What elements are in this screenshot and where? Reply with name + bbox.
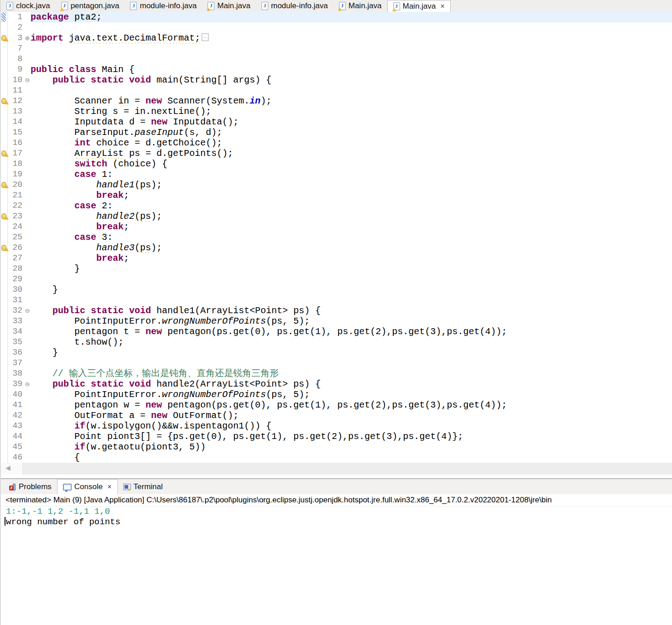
marker-gutter[interactable] [1,305,8,316]
warning-quickfix-icon[interactable] [1,213,6,219]
view-tab-terminal[interactable]: Terminal [118,479,168,494]
marker-gutter[interactable] [1,190,8,201]
code-area[interactable]: 1package pta2;23⊕import java.text.Decima… [1,12,672,463]
line-number[interactable]: 8 [8,54,24,64]
code-line[interactable]: import java.text.DecimalFormat; [31,33,672,43]
code-line[interactable] [31,295,672,305]
editor-tab-module-info-java[interactable]: Jmodule-info.java [256,0,333,12]
line-number[interactable]: 11 [8,85,24,96]
scrollbar-track[interactable] [23,463,672,475]
marker-gutter[interactable] [1,211,8,222]
marker-gutter[interactable] [1,96,8,106]
line-number[interactable]: 15 [8,127,24,138]
code-line[interactable]: handle1(ps); [31,180,672,190]
code-line[interactable]: if(w.getaotu(piont3, 5)) [31,442,672,452]
line-number[interactable]: 29 [8,274,24,284]
code-line[interactable] [31,85,672,96]
code-line[interactable]: ParseInput.paseInput(s, d); [31,127,672,138]
editor-console-sash[interactable] [1,475,672,479]
editor-tab-main-java[interactable]: JMain.java [333,0,387,12]
line-number[interactable]: 13 [8,106,24,117]
line-number[interactable]: 23 [8,211,24,222]
editor-tab-main-java[interactable]: JMain.java× [387,0,451,12]
code-line[interactable]: t.show(); [31,337,672,347]
line-number[interactable]: 16 [8,138,24,148]
line-number[interactable]: 45 [8,442,24,452]
line-number[interactable]: 39 [8,379,24,389]
marker-gutter[interactable] [1,368,8,379]
marker-gutter[interactable] [1,12,8,22]
editor-tab-clock-java[interactable]: Jclock.java [1,0,56,12]
editor-tab-main-java[interactable]: JMain.java [202,0,256,12]
marker-gutter[interactable] [1,180,8,190]
line-number[interactable]: 17 [8,148,24,159]
code-line[interactable] [31,358,672,368]
code-line[interactable]: if(w.ispolygon()&&w.ispentagon1()) { [31,421,672,431]
marker-gutter[interactable] [1,148,8,159]
code-line[interactable]: case 1: [31,169,672,180]
code-line[interactable]: ArrayList ps = d.getPoints(); [31,148,672,159]
marker-gutter[interactable] [1,337,8,347]
marker-gutter[interactable] [1,22,8,33]
code-line[interactable]: Inputdata d = new Inputdata(); [31,117,672,127]
marker-gutter[interactable] [1,253,8,263]
code-line[interactable]: pentagon w = new pentagon(ps.get(0), ps.… [31,400,672,410]
marker-gutter[interactable] [1,431,8,442]
line-number[interactable]: 25 [8,232,24,243]
marker-gutter[interactable] [1,138,8,148]
code-line[interactable] [31,274,672,284]
view-tab-problems[interactable]: Problems [4,479,57,494]
line-number[interactable]: 26 [8,243,24,253]
code-line[interactable]: // 输入三个点坐标，输出是钝角、直角还是锐角三角形 [31,368,672,379]
code-line[interactable]: } [31,263,672,274]
line-number[interactable]: 31 [8,295,24,305]
console-input-line[interactable]: 1:-1,-1 1,2 -1,1 1,0 [1,506,672,517]
marker-gutter[interactable] [1,316,8,326]
line-number[interactable]: 7 [8,43,24,54]
line-number[interactable]: 34 [8,326,24,337]
code-line[interactable]: public static void main(String[] args) { [31,75,672,85]
code-line[interactable]: } [31,347,672,358]
line-number[interactable]: 24 [8,222,24,232]
marker-gutter[interactable] [1,85,8,96]
warning-quickfix-icon[interactable] [1,98,6,104]
line-number[interactable]: 18 [8,159,24,169]
marker-gutter[interactable] [1,358,8,368]
code-line[interactable]: handle3(ps); [31,243,672,253]
marker-gutter[interactable] [1,295,8,305]
code-line[interactable]: public static void handle2(ArrayList<Poi… [31,379,672,389]
marker-gutter[interactable] [1,127,8,138]
marker-gutter[interactable] [1,117,8,127]
editor-tab-module-info-java[interactable]: Jmodule-info.java [125,0,202,12]
code-line[interactable]: pentagon t = new pentagon(ps.get(0), ps.… [31,326,672,337]
fold-toggle-icon[interactable]: ⊕ [24,33,31,43]
line-number[interactable]: 38 [8,368,24,379]
line-number[interactable]: 27 [8,253,24,263]
marker-gutter[interactable] [1,452,8,463]
warning-quickfix-icon[interactable] [1,35,6,41]
marker-gutter[interactable] [1,159,8,169]
warning-quickfix-icon[interactable] [1,245,6,251]
line-number[interactable]: 42 [8,410,24,421]
marker-gutter[interactable] [1,75,8,85]
collapsed-region-icon[interactable] [202,33,208,41]
code-editor[interactable]: 1package pta2;23⊕import java.text.Decima… [1,12,672,475]
line-number[interactable]: 22 [8,201,24,211]
marker-gutter[interactable] [1,442,8,452]
code-line[interactable]: String s = in.nextLine(); [31,106,672,117]
line-number[interactable]: 44 [8,431,24,442]
marker-gutter[interactable] [1,33,8,43]
code-line[interactable] [31,22,672,33]
editor-tab-pentagon-java[interactable]: Jpentagon.java [56,0,125,12]
line-number[interactable]: 10 [8,75,24,85]
marker-gutter[interactable] [1,222,8,232]
marker-gutter[interactable] [1,410,8,421]
code-line[interactable]: public static void handle1(ArrayList<Poi… [31,305,672,316]
line-number[interactable]: 19 [8,169,24,180]
code-line[interactable]: PointInputError.wrongNumberOfPoints(ps, … [31,316,672,326]
warning-quickfix-icon[interactable] [1,182,6,188]
marker-gutter[interactable] [1,243,8,253]
close-icon[interactable]: × [107,483,111,491]
code-line[interactable]: Scanner in = new Scanner(System.in); [31,96,672,106]
marker-gutter[interactable] [1,326,8,337]
